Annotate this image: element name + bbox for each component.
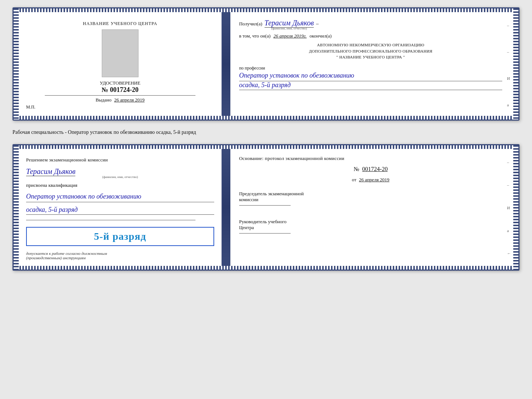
cert2-left-panel: Решением экзаменационной комиссии Тераси… [19, 149, 222, 266]
side-mark-dash-1: – [507, 23, 511, 28]
top-decoration [14, 8, 518, 12]
side-mark-i: И [507, 76, 511, 81]
card-inner-1: НАЗВАНИЕ УЧЕБНОГО ЦЕНТРА УДОСТОВЕРЕНИЕ №… [19, 12, 513, 116]
side-mark-a: а [507, 103, 511, 107]
doc-type: УДОСТОВЕРЕНИЕ [100, 80, 141, 86]
received-label: Получил(а) [239, 21, 262, 27]
side-mark2-arrow: ← [507, 251, 511, 256]
bottom-decoration [14, 116, 518, 120]
name-sub-1: (фамилия, имя, отчество) [265, 26, 314, 30]
left-decoration [14, 8, 19, 120]
page-wrapper: НАЗВАНИЕ УЧЕБНОГО ЦЕНТРА УДОСТОВЕРЕНИЕ №… [12, 7, 520, 271]
org-line1: АВТОНОМНУЮ НЕКОММЕРЧЕСКУЮ ОРГАНИЗАЦИЮ [239, 42, 502, 48]
doc-number-display: № 001724-20 [100, 86, 141, 94]
side-mark2-a: а [507, 228, 511, 233]
dash-1: – [316, 21, 319, 27]
recipient-name-2: Терасим Дьяков [26, 167, 75, 176]
completed-label: окончил(а) [310, 33, 332, 39]
profession-value2-1: осадка, 5-й разряд [239, 81, 502, 90]
top-decoration-2 [14, 145, 518, 149]
doc-number-prefix: № [102, 86, 108, 93]
profession-label-1: по профессии [239, 65, 502, 71]
org-name: " НАЗВАНИЕ УЧЕБНОГО ЦЕНТРА " [239, 54, 502, 60]
side-mark2-i: И [507, 206, 511, 210]
right-decoration [513, 8, 518, 120]
stamp-sub-1: допускается к работе согласно должностны… [26, 251, 107, 256]
director-sign-line [239, 233, 291, 234]
issued-date: 26 апреля 2019 [114, 97, 145, 103]
protocol-prefix: № [354, 166, 359, 172]
cert1-right-panel: Получил(а) Терасим Дьяков (фамилия, имя,… [230, 12, 513, 116]
certificate-2: Решением экзаменационной комиссии Тераси… [12, 144, 520, 271]
org-block: АВТОНОМНУЮ НЕКОММЕРЧЕСКУЮ ОРГАНИЗАЦИЮ ДО… [239, 42, 502, 60]
basis-label: Основание: протокол экзаменационной коми… [239, 156, 502, 161]
profession-value-1: Оператор установок по обезвоживанию [239, 71, 502, 81]
cert-spine-2 [222, 149, 230, 266]
qualification-line2: осадка, 5-й разряд [26, 206, 214, 215]
photo-placeholder [102, 29, 139, 77]
date-prefix: от [352, 177, 356, 182]
left-decoration-2 [14, 145, 19, 270]
side-mark-dash-2: – [507, 50, 511, 54]
right-decoration-2 [513, 145, 518, 270]
date-intro-row: в том, что он(а) 26 апреля 2019г. окончи… [239, 33, 502, 39]
cert2-right-panel: Основание: протокол экзаменационной коми… [230, 149, 513, 266]
director-label-1: Руководитель учебного [239, 219, 502, 225]
card-inner-2: Решением экзаменационной комиссии Тераси… [19, 149, 513, 266]
director-label-2: Центра [239, 225, 502, 231]
cert1-left-panel: НАЗВАНИЕ УЧЕБНОГО ЦЕНТРА УДОСТОВЕРЕНИЕ №… [19, 12, 222, 116]
training-center-label-1: НАЗВАНИЕ УЧЕБНОГО ЦЕНТРА [83, 21, 158, 26]
side-mark2-dash-2: – [507, 183, 511, 187]
bottom-decoration-2 [14, 266, 518, 270]
doc-number: 001724-20 [110, 86, 139, 93]
certificate-1: НАЗВАНИЕ УЧЕБНОГО ЦЕНТРА УДОСТОВЕРЕНИЕ №… [12, 7, 520, 121]
stamp-sub-2: (производственным) инструкциям [26, 256, 86, 260]
stamp-rank: 5-й разряд [31, 231, 209, 242]
qualification-stamp: 5-й разряд [26, 227, 214, 246]
chairman-label-1: Председатель экзаменационной [239, 191, 502, 197]
protocol-date: 26 апреля 2019 [359, 177, 389, 182]
mp-label: М.П. [26, 104, 35, 110]
qualified-label: присвоена квалификация [26, 182, 214, 188]
qualification-line1: Оператор установок по обезвоживанию [26, 192, 214, 202]
org-line2: ДОПОЛНИТЕЛЬНОГО ПРОФЕССИОНАЛЬНОГО ОБРАЗО… [239, 48, 502, 54]
side-mark2-dash-1: – [507, 160, 511, 164]
separator-label: Рабочая специальность - Оператор установ… [12, 127, 520, 138]
date-value-1: 26 апреля 2019г. [273, 33, 306, 39]
recipient-row: Получил(а) Терасим Дьяков (фамилия, имя,… [239, 19, 502, 30]
date-intro: в том, что он(а) [239, 33, 271, 39]
exam-commission-title: Решением экзаменационной комиссии [26, 156, 214, 164]
chairman-label-2: комиссии [239, 197, 502, 203]
issued-label: Выдано [96, 97, 111, 103]
cert-spine-1 [222, 12, 230, 116]
protocol-number: 001724-20 [362, 166, 388, 172]
chairman-sign-line [239, 205, 291, 206]
issued-line: Выдано 26 апреля 2019 [96, 97, 144, 103]
